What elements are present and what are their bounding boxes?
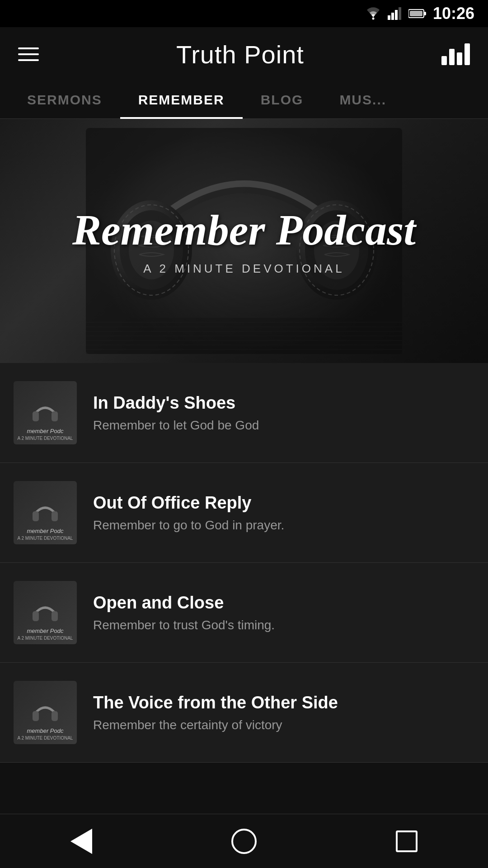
- thumb-label: member Podc: [27, 727, 64, 735]
- svg-rect-31: [33, 711, 39, 721]
- svg-rect-6: [424, 12, 426, 15]
- svg-rect-29: [33, 611, 39, 621]
- podcast-info: Out Of Office Reply Remember to go to Go…: [93, 493, 474, 533]
- podcast-thumbnail: member Podc A 2 MINUTE DEVOTIONAL: [14, 581, 77, 644]
- thumb-sub: A 2 MINUTE DEVOTIONAL: [18, 436, 73, 441]
- svg-rect-30: [52, 611, 58, 621]
- podcast-info: In Daddy's Shoes Remember to let God be …: [93, 393, 474, 433]
- home-icon: [231, 829, 257, 854]
- svg-rect-28: [52, 511, 58, 521]
- status-time: 10:26: [433, 4, 474, 23]
- thumb-sub: A 2 MINUTE DEVOTIONAL: [18, 536, 73, 541]
- podcast-title: In Daddy's Shoes: [93, 393, 474, 413]
- bottom-nav: [0, 814, 488, 868]
- signal-icon: [388, 7, 402, 20]
- thumb-sub: A 2 MINUTE DEVOTIONAL: [18, 636, 73, 641]
- svg-rect-2: [391, 13, 394, 20]
- wifi-icon: [365, 7, 381, 20]
- svg-rect-3: [395, 10, 398, 20]
- tab-remember[interactable]: REMEMBER: [120, 81, 243, 118]
- thumb-sub: A 2 MINUTE DEVOTIONAL: [18, 736, 73, 741]
- podcast-info: Open and Close Remember to trust God's t…: [93, 593, 474, 632]
- app-title: Truth Point: [176, 40, 304, 69]
- hero-text: Remember Podcast A 2 MINUTE DEVOTIONAL: [72, 206, 416, 276]
- header: Truth Point: [0, 27, 488, 81]
- status-bar: 10:26: [0, 0, 488, 27]
- svg-rect-26: [52, 411, 58, 421]
- status-icons: 10:26: [365, 4, 474, 23]
- list-item[interactable]: member Podc A 2 MINUTE DEVOTIONAL Open a…: [0, 563, 488, 663]
- svg-rect-32: [52, 711, 58, 721]
- thumb-label: member Podc: [27, 627, 64, 635]
- back-button[interactable]: [68, 828, 95, 855]
- podcast-thumbnail: member Podc A 2 MINUTE DEVOTIONAL: [14, 681, 77, 744]
- svg-rect-25: [33, 411, 39, 421]
- podcast-title: Out Of Office Reply: [93, 493, 474, 513]
- content-area: Remember Podcast A 2 MINUTE DEVOTIONAL m…: [0, 119, 488, 821]
- chart-icon[interactable]: [441, 43, 470, 65]
- podcast-description: Remember to trust God's timing.: [93, 618, 474, 632]
- podcast-list: member Podc A 2 MINUTE DEVOTIONAL In Dad…: [0, 363, 488, 763]
- podcast-description: Remember the certainty of victory: [93, 718, 474, 732]
- podcast-title: Open and Close: [93, 593, 474, 613]
- home-button[interactable]: [230, 828, 258, 855]
- svg-rect-1: [388, 15, 390, 20]
- recent-icon: [396, 830, 418, 852]
- svg-rect-4: [399, 7, 401, 20]
- podcast-thumbnail: member Podc A 2 MINUTE DEVOTIONAL: [14, 481, 77, 544]
- list-item[interactable]: member Podc A 2 MINUTE DEVOTIONAL In Dad…: [0, 363, 488, 463]
- svg-rect-24: [86, 318, 402, 354]
- tab-music[interactable]: MUS...: [321, 81, 404, 118]
- tab-blog[interactable]: BLOG: [243, 81, 322, 118]
- thumb-label: member Podc: [27, 528, 64, 535]
- svg-point-0: [372, 18, 374, 20]
- podcast-info: The Voice from the Other Side Remember t…: [93, 693, 474, 732]
- hero-title: Remember Podcast: [72, 206, 416, 254]
- podcast-title: The Voice from the Other Side: [93, 693, 474, 712]
- menu-button[interactable]: [18, 47, 39, 61]
- podcast-thumbnail: member Podc A 2 MINUTE DEVOTIONAL: [14, 381, 77, 444]
- recent-button[interactable]: [393, 828, 420, 855]
- hero-banner: Remember Podcast A 2 MINUTE DEVOTIONAL: [0, 119, 488, 363]
- list-item[interactable]: member Podc A 2 MINUTE DEVOTIONAL Out Of…: [0, 463, 488, 563]
- thumb-label: member Podc: [27, 428, 64, 435]
- back-icon: [70, 829, 92, 854]
- tab-sermons[interactable]: SERMONS: [9, 81, 120, 118]
- list-item[interactable]: member Podc A 2 MINUTE DEVOTIONAL The Vo…: [0, 663, 488, 763]
- svg-rect-27: [33, 511, 39, 521]
- tabs-nav: SERMONS REMEMBER BLOG MUS...: [0, 81, 488, 119]
- podcast-description: Remember to go to God in prayer.: [93, 518, 474, 533]
- battery-icon: [408, 8, 427, 19]
- podcast-description: Remember to let God be God: [93, 418, 474, 433]
- svg-rect-7: [410, 11, 422, 16]
- hero-subtitle: A 2 MINUTE DEVOTIONAL: [72, 262, 416, 276]
